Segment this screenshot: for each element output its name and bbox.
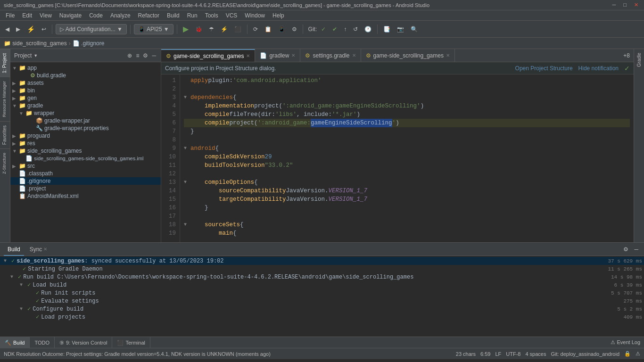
tab-close-btn[interactable]: ✕ <box>352 53 356 58</box>
dock-tab-version-control[interactable]: ⑨ 9: Version Control <box>55 337 112 348</box>
build-line-run-build[interactable]: ▼ ✓ Run build C:\Users\Fernando\Document… <box>0 273 644 281</box>
dock-tab-terminal[interactable]: ⬛ Terminal <box>112 337 150 348</box>
tree-item-src[interactable]: ▶ 📁 src <box>10 162 161 170</box>
panel-collapse-button[interactable]: ≡ <box>135 51 140 60</box>
menu-code[interactable]: Code <box>85 10 107 21</box>
tree-item-gradle-wrapper-properties[interactable]: 🔧 gradle-wrapper.properties <box>10 124 161 132</box>
sidebar-tab-structure[interactable]: Z-Structure <box>0 148 10 178</box>
close-button[interactable]: ✕ <box>632 2 640 8</box>
tree-item-proguard[interactable]: ▶ 📁 proguard <box>10 132 161 140</box>
tab-close-btn[interactable]: ✕ <box>291 53 295 58</box>
tab-game-side-scrolling-games-2[interactable]: ⚙ game-side_scrolling_games ✕ <box>361 49 455 62</box>
coverage-button[interactable]: ☂ <box>206 25 216 34</box>
stop-button[interactable]: ⬛ <box>232 25 244 34</box>
breadcrumb-project[interactable]: 📁 side_scrolling_games <box>4 40 67 47</box>
sync-close-btn[interactable]: ✕ <box>43 243 47 256</box>
git-update-button[interactable]: ✓ <box>319 25 328 34</box>
menu-view[interactable]: View <box>36 10 56 21</box>
tree-item-android-manifest[interactable]: 📋 AndroidManifest.xml <box>10 192 161 200</box>
gradle-tab[interactable]: Gradle <box>636 49 643 71</box>
forward-button[interactable]: ▶ <box>14 25 23 34</box>
git-revert-button[interactable]: ↺ <box>351 25 360 34</box>
bottom-settings-btn[interactable]: ⚙ <box>621 245 630 254</box>
status-ndk-message: NDK Resolution Outcome: Project settings… <box>4 351 450 357</box>
tree-item-wrapper[interactable]: ▼ 📁 wrapper <box>10 109 161 117</box>
menu-refactor[interactable]: Refactor <box>134 10 163 21</box>
debug-button[interactable]: 🐞 <box>193 25 205 34</box>
maximize-button[interactable]: □ <box>621 2 628 8</box>
tree-item-gradle-wrapper-jar[interactable]: 📦 gradle-wrapper.jar <box>10 117 161 124</box>
tree-item-side-scrolling-games[interactable]: ▼ 📁 side_scrolling_games <box>10 147 161 155</box>
build-line-load-build[interactable]: ▼ ✓ Load build 6 s 39 ms <box>0 281 644 289</box>
menu-file[interactable]: File <box>2 10 18 21</box>
menu-edit[interactable]: Edit <box>18 10 36 21</box>
tab-gradlew[interactable]: 📄 gradlew ✕ <box>255 49 300 62</box>
undo-recent-button[interactable]: ↩ <box>39 25 49 34</box>
dock-tab-todo[interactable]: TODO <box>30 337 55 348</box>
sdk-button[interactable]: ⚙ <box>289 25 299 34</box>
tree-item-assets[interactable]: ▶ 📁 assets <box>10 79 161 87</box>
tree-item-gitignore[interactable]: 📄 .gitignore <box>10 177 161 185</box>
tree-item-build-gradle[interactable]: ⚙ build.gradle <box>10 72 161 79</box>
tab-game-side-scrolling-games[interactable]: ⚙ game-side_scrolling_games ✕ <box>161 49 255 62</box>
notification-bar: Configure project in Project Structure d… <box>161 62 634 74</box>
git-commit-button[interactable]: ✔ <box>330 25 339 34</box>
panel-locate-button[interactable]: ⊕ <box>126 51 133 60</box>
sidebar-tab-resource-manager[interactable]: Resource Manager <box>0 77 10 121</box>
sidebar-tab-favorites[interactable]: Favorites <box>0 121 10 148</box>
panel-close-button[interactable]: ─ <box>151 51 157 60</box>
profile-button[interactable]: ⚡ <box>218 25 230 34</box>
run-button[interactable]: ▶ <box>181 23 191 35</box>
build-line-load-projects[interactable]: ✓ Load projects 409 ms <box>0 313 644 321</box>
search-everywhere-button[interactable]: 🔍 <box>408 25 420 34</box>
minimize-button[interactable]: ─ <box>611 2 618 8</box>
tree-item-project-file[interactable]: 📄 .project <box>10 185 161 192</box>
tab-close-btn[interactable]: ✕ <box>446 53 450 58</box>
git-push-button[interactable]: ↑ <box>341 25 349 34</box>
back-button[interactable]: ◀ <box>3 25 12 34</box>
more-tabs-button[interactable]: +8 <box>619 52 634 59</box>
sync-tab[interactable]: Sync ✕ <box>26 243 51 256</box>
menu-build[interactable]: Build <box>163 10 183 21</box>
camera-button[interactable]: 📷 <box>395 25 406 34</box>
api-selector[interactable]: 📱 API25 ▼ <box>134 24 173 34</box>
tab-close-btn[interactable]: ✕ <box>246 53 250 58</box>
toolbar-icon-1[interactable]: ⚡ <box>25 24 37 34</box>
tree-item-app[interactable]: ▼ 📁 app <box>10 64 161 72</box>
build-tab[interactable]: Build <box>4 243 24 256</box>
sidebar-tab-project[interactable]: 1: Project <box>0 49 10 77</box>
event-log-label[interactable]: ⚠ Event Log <box>611 339 640 346</box>
code-editor[interactable]: 1 2 3 4 5 6 7 8 9 10 11 12 13 14 15 16 1… <box>161 74 634 242</box>
tree-item-gen[interactable]: ▶ 📁 gen <box>10 94 161 102</box>
add-configuration-button[interactable]: ▷ Add Configuration... ▼ <box>56 24 127 34</box>
bookmarks-button[interactable]: 📑 <box>381 25 393 34</box>
menu-vcs[interactable]: VCS <box>222 10 241 21</box>
menu-help[interactable]: Help <box>269 10 288 21</box>
tree-item-gradle[interactable]: ▼ 📁 gradle <box>10 102 161 109</box>
tree-item-res[interactable]: ▶ 📁 res <box>10 140 161 147</box>
bottom-minimize-btn[interactable]: ─ <box>632 245 640 254</box>
dock-tab-build[interactable]: 🔨 Build <box>0 337 30 348</box>
menu-navigate[interactable]: Navigate <box>56 10 85 21</box>
tree-item-bin[interactable]: ▶ 📁 bin <box>10 87 161 94</box>
menu-analyze[interactable]: Analyze <box>107 10 134 21</box>
tab-settings-gradle[interactable]: ⚙ settings.gradle ✕ <box>300 49 361 62</box>
menu-window[interactable]: Window <box>241 10 269 21</box>
build-line-configure-build[interactable]: ▼ ✓ Configure build 5 s 2 ms <box>0 305 644 313</box>
tree-item-classpath[interactable]: 📄 .classpath <box>10 170 161 177</box>
git-history-button[interactable]: 🕐 <box>362 25 374 34</box>
build-line-gradle-daemon[interactable]: ✓ Starting Gradle Daemon 11 s 265 ms <box>0 265 644 273</box>
menu-tools[interactable]: Tools <box>201 10 222 21</box>
build-line-init-scripts[interactable]: ✓ Run init scripts 5 s 707 ms <box>0 289 644 297</box>
tree-item-iml[interactable]: 📄 side_scrolling_games-side_scrolling_ga… <box>10 155 161 162</box>
build-main-line[interactable]: ▼ ✓ side_scrolling_games: synced success… <box>0 257 644 265</box>
menu-run[interactable]: Run <box>183 10 201 21</box>
sync-button[interactable]: ⟳ <box>251 25 260 34</box>
open-project-structure-link[interactable]: Open Project Structure <box>515 65 573 72</box>
panel-settings-button[interactable]: ⚙ <box>142 51 149 60</box>
avd-button[interactable]: 📱 <box>276 25 288 34</box>
code-content[interactable]: apply plugin: 'com.android.application' … <box>180 74 634 242</box>
build-line-evaluate-settings[interactable]: ✓ Evaluate settings 275 ms <box>0 297 644 305</box>
gradle-sync-button[interactable]: 📋 <box>262 25 274 34</box>
hide-notification-link[interactable]: Hide notification <box>578 65 619 72</box>
